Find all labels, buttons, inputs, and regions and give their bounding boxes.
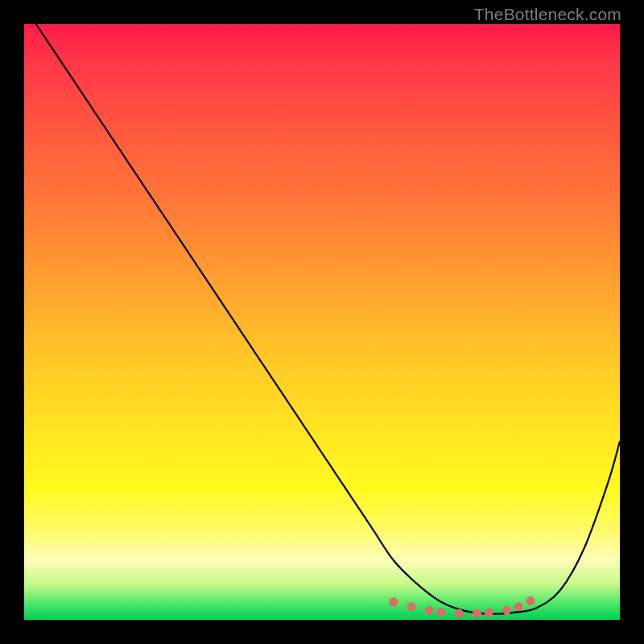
- highlight-dot: [485, 609, 493, 617]
- plot-area: [24, 24, 620, 620]
- highlight-dot: [473, 609, 481, 617]
- highlight-dot: [437, 608, 446, 617]
- chart-svg: [24, 24, 620, 620]
- highlight-dot: [389, 597, 398, 606]
- highlight-dots-group: [389, 597, 535, 618]
- chart-frame: TheBottleneck.com: [0, 0, 644, 644]
- highlight-dot: [526, 597, 535, 605]
- highlight-dot: [502, 606, 511, 615]
- highlight-dot: [514, 602, 523, 611]
- highlight-dot: [425, 606, 434, 615]
- highlight-dot: [455, 609, 464, 617]
- highlight-dot: [407, 602, 416, 611]
- bottleneck-curve-path: [36, 24, 620, 614]
- watermark-text: TheBottleneck.com: [474, 5, 621, 24]
